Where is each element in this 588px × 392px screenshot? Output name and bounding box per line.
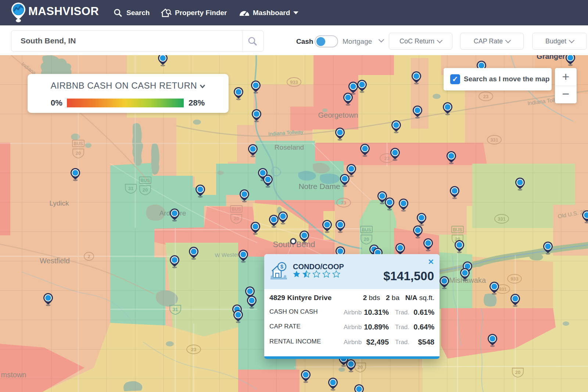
svg-text:2: 2 xyxy=(87,254,90,259)
svg-text:BUS: BUS xyxy=(362,227,371,232)
svg-text:BUS: BUS xyxy=(453,227,462,232)
svg-text:31: 31 xyxy=(128,186,133,191)
svg-text:23: 23 xyxy=(191,347,196,352)
svg-text:BUS: BUS xyxy=(140,178,150,183)
svg-text:$: $ xyxy=(280,264,283,270)
svg-text:BUS: BUS xyxy=(74,141,83,146)
svg-text:Georgetown: Georgetown xyxy=(318,111,358,119)
svg-text:Mishawaka: Mishawaka xyxy=(449,276,486,284)
svg-text:20: 20 xyxy=(364,236,369,242)
svg-text:BUS: BUS xyxy=(232,207,241,212)
svg-text:Westfield: Westfield xyxy=(40,257,70,265)
svg-text:mstown: mstown xyxy=(1,371,26,379)
svg-text:Notre Dame: Notre Dame xyxy=(298,182,340,190)
svg-text:23: 23 xyxy=(483,94,488,99)
svg-text:933: 933 xyxy=(510,276,519,282)
svg-text:Roseland: Roseland xyxy=(275,143,304,151)
svg-text:20: 20 xyxy=(143,187,148,193)
svg-text:933: 933 xyxy=(290,79,298,85)
svg-text:331: 331 xyxy=(490,137,498,143)
svg-text:20: 20 xyxy=(76,150,81,156)
svg-text:Granger: Granger xyxy=(537,55,565,60)
svg-text:31: 31 xyxy=(173,307,178,312)
svg-text:20: 20 xyxy=(358,364,363,370)
svg-text:331: 331 xyxy=(498,216,506,222)
svg-text:23: 23 xyxy=(384,156,390,161)
svg-text:20: 20 xyxy=(515,370,520,375)
svg-text:20: 20 xyxy=(234,216,239,221)
svg-text:931: 931 xyxy=(499,286,507,292)
svg-text:73: 73 xyxy=(341,200,346,206)
svg-text:Lydick: Lydick xyxy=(49,199,69,207)
